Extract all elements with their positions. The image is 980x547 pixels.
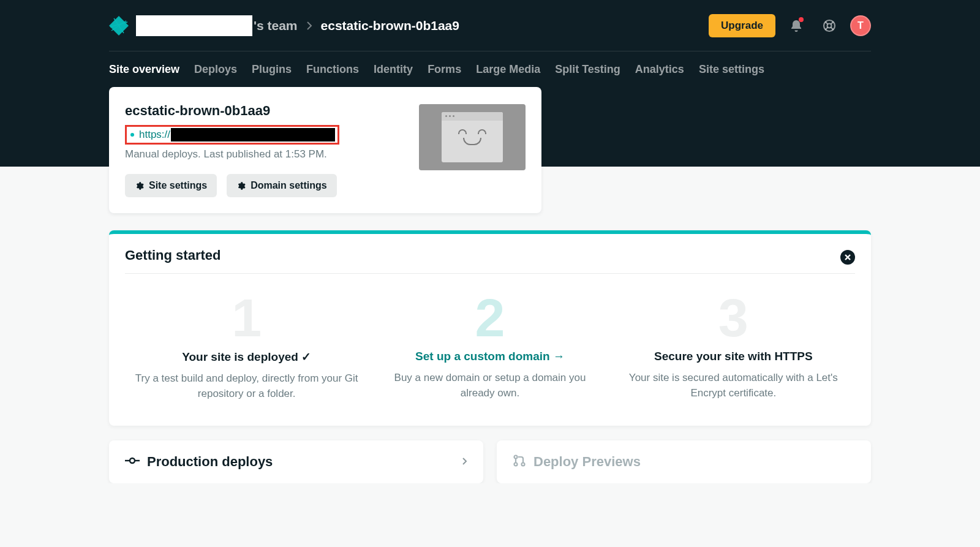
tab-identity[interactable]: Identity: [374, 63, 413, 76]
svg-line-8: [826, 27, 828, 29]
team-name-redacted[interactable]: [136, 15, 252, 36]
tab-site-settings[interactable]: Site settings: [699, 63, 764, 76]
site-summary-card: ecstatic-brown-0b1aa9 https:// Manual de…: [109, 87, 541, 213]
site-settings-label: Site settings: [149, 180, 207, 191]
deploy-meta: Manual deploys. Last published at 1:53 P…: [125, 148, 407, 160]
pull-request-icon: [513, 454, 526, 470]
step-number: 1: [135, 291, 358, 345]
svg-point-16: [514, 463, 518, 466]
svg-line-9: [831, 27, 834, 29]
team-suffix[interactable]: 's team: [254, 18, 298, 33]
tab-large-media[interactable]: Large Media: [476, 63, 540, 76]
help-lifebuoy-icon[interactable]: [817, 13, 842, 38]
site-settings-button[interactable]: Site settings: [125, 174, 217, 197]
deploy-previews-title: Deploy Previews: [533, 454, 641, 470]
site-url-redacted[interactable]: [171, 128, 335, 141]
upgrade-button[interactable]: Upgrade: [709, 14, 775, 37]
gear-icon: [236, 181, 246, 191]
breadcrumb-current[interactable]: ecstatic-brown-0b1aa9: [321, 18, 459, 33]
tab-plugins[interactable]: Plugins: [252, 63, 292, 76]
getting-started-title: Getting started: [125, 247, 855, 274]
svg-point-17: [522, 463, 525, 466]
svg-point-12: [130, 458, 135, 463]
avatar[interactable]: T: [850, 15, 871, 36]
gear-icon: [135, 181, 144, 191]
site-url-link[interactable]: https://: [139, 129, 170, 141]
close-icon[interactable]: [840, 250, 855, 265]
tab-functions[interactable]: Functions: [306, 63, 359, 76]
step-title: Set up a custom domain →: [378, 350, 601, 363]
domain-settings-button[interactable]: Domain settings: [227, 174, 336, 197]
chevron-right-icon: [306, 21, 312, 31]
step-number: 3: [622, 291, 845, 345]
step-title: Your site is deployed ✓: [135, 350, 358, 364]
site-thumbnail[interactable]: [419, 104, 526, 170]
step-2[interactable]: 2 Set up a custom domain → Buy a new dom…: [368, 280, 611, 401]
avatar-initial: T: [858, 20, 864, 31]
notifications-icon[interactable]: [784, 13, 809, 38]
svg-line-7: [831, 21, 834, 24]
tab-site-overview[interactable]: Site overview: [109, 63, 179, 76]
step-1: 1 Your site is deployed ✓ Try a test bui…: [125, 280, 368, 401]
notification-dot: [799, 17, 804, 22]
svg-line-6: [826, 21, 828, 24]
production-deploys-title: Production deploys: [147, 454, 273, 470]
tab-split-testing[interactable]: Split Testing: [555, 63, 620, 76]
step-desc: Buy a new domain or setup a domain you a…: [378, 371, 601, 401]
production-deploys-card[interactable]: Production deploys: [109, 440, 483, 483]
topbar: 's team ecstatic-brown-0b1aa9 Upgrade T: [109, 0, 871, 51]
nav-tabs: Site overview Deploys Plugins Functions …: [109, 51, 871, 87]
svg-point-5: [827, 23, 832, 28]
content: ecstatic-brown-0b1aa9 https:// Manual de…: [109, 87, 871, 483]
getting-started-card: Getting started 1 Your site is deployed …: [109, 230, 871, 426]
chevron-right-icon: [462, 456, 467, 469]
status-dot-icon: [130, 133, 134, 137]
bottom-row: Production deploys Deploy Previews: [109, 440, 871, 483]
site-url-highlight: https://: [125, 125, 339, 145]
step-3: 3 Secure your site with HTTPS Your site …: [612, 280, 855, 401]
step-title: Secure your site with HTTPS: [622, 350, 845, 363]
step-number: 2: [378, 291, 601, 345]
step-desc: Try a test build and deploy, directly fr…: [135, 371, 358, 401]
commit-icon: [125, 456, 140, 468]
tab-analytics[interactable]: Analytics: [635, 63, 684, 76]
domain-settings-label: Domain settings: [251, 180, 326, 191]
tab-deploys[interactable]: Deploys: [194, 63, 237, 76]
logo-icon[interactable]: [109, 16, 129, 36]
step-desc: Your site is secured automatically with …: [622, 371, 845, 401]
tab-forms[interactable]: Forms: [428, 63, 461, 76]
deploy-previews-card[interactable]: Deploy Previews: [497, 440, 871, 483]
svg-point-15: [514, 456, 518, 459]
site-name: ecstatic-brown-0b1aa9: [125, 103, 407, 119]
